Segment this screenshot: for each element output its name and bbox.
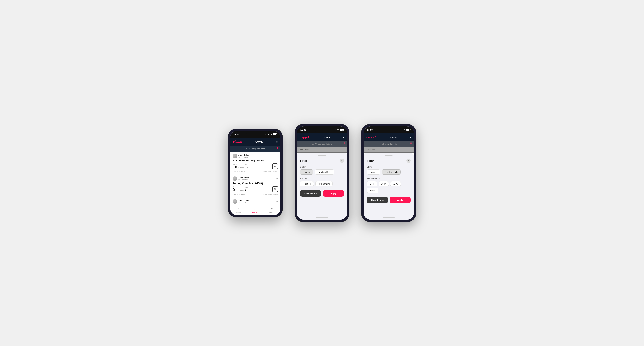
home-label-1: Home [236, 211, 240, 213]
clear-filters-button-3[interactable]: Clear Filters [367, 197, 388, 203]
card-footer-2: ℹ Test Information Data: Clippd Capture [232, 193, 278, 195]
activity-title-2: Putting Combine (3-15 ft) [232, 182, 278, 185]
viewing-bar-1[interactable]: ⚙ Viewing Activities [230, 146, 280, 152]
status-icons-2: ▲▲▲ ⌘ [331, 129, 344, 131]
nav-capture-1[interactable]: ⊕ Capture [264, 205, 280, 215]
practice-drills-btn-3[interactable]: Practice Drills [382, 170, 401, 174]
avatar-inner-1 [232, 154, 237, 158]
capture-icon-1: ⊕ [271, 207, 273, 211]
hamburger-icon-3[interactable]: ≡ [410, 136, 411, 139]
status-time-2: 11:33 [300, 129, 306, 131]
more-menu-2[interactable]: ••• [274, 177, 278, 180]
wifi-icon-2: ⌘ [337, 129, 339, 131]
home-indicator-3 [364, 216, 414, 220]
header-title-3: Activity [388, 136, 396, 139]
avatar-inner-3 [232, 199, 237, 204]
status-bar-1: 11:33 ▲▲▲ ⌘ [230, 131, 280, 138]
more-menu-3[interactable]: ••• [274, 200, 278, 203]
phone-2: 11:33 ▲▲▲ ⌘ clippd Activity ≡ ⚙ [294, 124, 350, 222]
home-bar-3 [383, 217, 394, 218]
ott-btn-3[interactable]: OTT [367, 181, 377, 186]
rounds-btn-2[interactable]: Rounds [300, 170, 313, 174]
rounds-btn-3[interactable]: Rounds [367, 170, 380, 174]
phone-1: 11:33 ▲▲▲ ⌘ clippd Activity ≡ ⚙ View [228, 129, 283, 217]
avatar-inner-2 [232, 176, 237, 181]
rounds-buttons-2: Practice Tournament [300, 181, 344, 186]
user-date-3: 28 Feb 2023 [238, 202, 249, 203]
close-button-3[interactable]: ✕ [406, 159, 411, 163]
status-time-1: 11:33 [234, 133, 239, 136]
avatar-head-2 [234, 177, 236, 179]
tournament-btn-2[interactable]: Tournament [315, 181, 332, 186]
app-header-2: clippd Activity ≡ [297, 133, 347, 141]
clear-filters-button-2[interactable]: Clear Filters [300, 190, 321, 196]
viewing-bar-2: ⚙ Viewing Activities [297, 141, 347, 147]
avatar-body-1 [233, 157, 236, 158]
score-stat-2: Score 0 [232, 186, 237, 192]
putt-btn-3[interactable]: PUTT [367, 188, 378, 193]
nav-activities-1[interactable]: ♡ Activities [247, 205, 264, 215]
activity-card-1: Josh Coles 28 Feb 2023 ••• Must Make Put… [230, 152, 280, 174]
shot-quality-value-2: 45 [274, 188, 276, 190]
apply-button-2[interactable]: Apply [323, 190, 344, 196]
out-of-2: OUT OF [238, 190, 244, 192]
battery-fill-1 [273, 134, 276, 135]
user-date-2: 28 Feb 2023 [238, 179, 249, 181]
card-header-1: Josh Coles 28 Feb 2023 ••• [232, 154, 278, 158]
activities-label-1: Activities [252, 211, 258, 213]
sheet-handle-3 [385, 155, 393, 156]
signal-icon-1: ▲▲▲ [264, 133, 270, 135]
app-btn-3[interactable]: APP [378, 181, 389, 186]
avatar-body-3 [233, 202, 236, 204]
dimmed-content-3: ⚙ Viewing Activities Josh Coles [364, 141, 414, 153]
avatar-2 [232, 176, 237, 181]
more-menu-1[interactable]: ••• [274, 154, 278, 158]
shots-label-2: Shots [244, 187, 248, 188]
notification-dot-2 [344, 143, 345, 144]
dimmed-card-2: Josh Coles [297, 147, 347, 152]
arg-btn-3[interactable]: ARG [390, 181, 401, 186]
filter-title-3: Filter [367, 159, 374, 163]
user-date-1: 28 Feb 2023 [238, 156, 249, 158]
practice-drills-btn-2[interactable]: Practice Drills [315, 170, 334, 174]
avatar-head-1 [234, 155, 236, 157]
out-of-1: OUT OF [238, 167, 244, 169]
status-icons-3: ▲▲▲ ⌘ [398, 129, 410, 131]
nav-home-1[interactable]: ⌂ Home [230, 205, 247, 215]
scene: 11:33 ▲▲▲ ⌘ clippd Activity ≡ ⚙ View [228, 124, 416, 222]
practice-drills-buttons-3: OTT APP ARG PUTT [367, 181, 411, 193]
filter-title-2: Filter [300, 159, 307, 163]
signal-icon-2: ▲▲▲ [331, 129, 336, 131]
user-details-1: Josh Coles 28 Feb 2023 [238, 154, 249, 158]
signal-icon-3: ▲▲▲ [398, 129, 403, 131]
hamburger-icon-2[interactable]: ≡ [343, 136, 344, 139]
info-link-2[interactable]: ℹ Test Information [232, 193, 245, 195]
stats-row-1: Score 10 OUT OF Shots 20 75 [232, 163, 278, 169]
close-button-2[interactable]: ✕ [340, 159, 344, 163]
logo-3: clippd [366, 136, 376, 139]
status-icons-1: ▲▲▲ ⌘ [264, 133, 277, 135]
user-info-2: Josh Coles 28 Feb 2023 [232, 176, 249, 181]
user-name-1: Josh Coles [238, 154, 249, 156]
activity-card-3-partial: Josh Coles 28 Feb 2023 ••• [230, 197, 280, 205]
card-footer-1: ℹ Test Information Data: Clippd Capture [232, 171, 278, 172]
shots-value-1: 20 [245, 166, 248, 169]
notch-1 [246, 131, 264, 136]
hamburger-icon-1[interactable]: ≡ [276, 140, 278, 143]
battery-icon-2 [340, 129, 344, 131]
viewing-bar-text-1: Viewing Activities [248, 148, 265, 150]
info-link-1[interactable]: ℹ Test Information [232, 171, 245, 172]
shots-stat-1: Shots 20 [245, 164, 249, 169]
apply-button-3[interactable]: Apply [390, 197, 411, 203]
score-value-2: 0 [232, 187, 235, 192]
status-time-3: 11:33 [367, 129, 373, 131]
show-label-3: Show [367, 166, 411, 168]
app-header-3: clippd Activity ≡ [364, 133, 414, 141]
user-details-2: Josh Coles 28 Feb 2023 [238, 177, 249, 181]
sheet-header-2: Filter ✕ [300, 159, 344, 163]
viewing-bar-text-3: Viewing Activities [382, 143, 398, 145]
user-info-1: Josh Coles 28 Feb 2023 [232, 154, 249, 158]
filter-sheet-2: Filter ✕ Show Rounds Practice Drills Rou… [297, 153, 347, 216]
practice-round-btn-2[interactable]: Practice [300, 181, 314, 186]
sheet-header-3: Filter ✕ [367, 159, 411, 163]
